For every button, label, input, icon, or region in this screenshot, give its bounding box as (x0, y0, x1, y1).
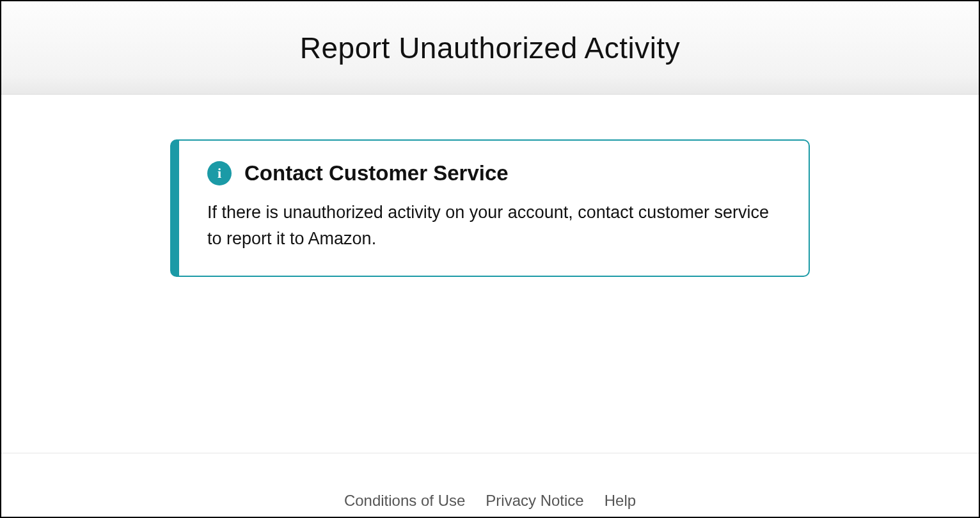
alert-header: i Contact Customer Service (207, 161, 780, 185)
footer: Conditions of Use Privacy Notice Help (1, 453, 979, 510)
info-alert: i Contact Customer Service If there is u… (170, 139, 810, 277)
footer-link-privacy[interactable]: Privacy Notice (486, 492, 583, 510)
page-title: Report Unauthorized Activity (300, 31, 680, 65)
alert-title: Contact Customer Service (244, 161, 509, 185)
footer-link-help[interactable]: Help (605, 492, 636, 510)
info-icon: i (207, 161, 232, 185)
alert-body: If there is unauthorized activity on you… (207, 200, 780, 251)
page-header: Report Unauthorized Activity (1, 1, 979, 95)
footer-link-conditions[interactable]: Conditions of Use (344, 492, 465, 510)
info-icon-glyph: i (217, 165, 221, 182)
main-content: i Contact Customer Service If there is u… (1, 95, 979, 453)
